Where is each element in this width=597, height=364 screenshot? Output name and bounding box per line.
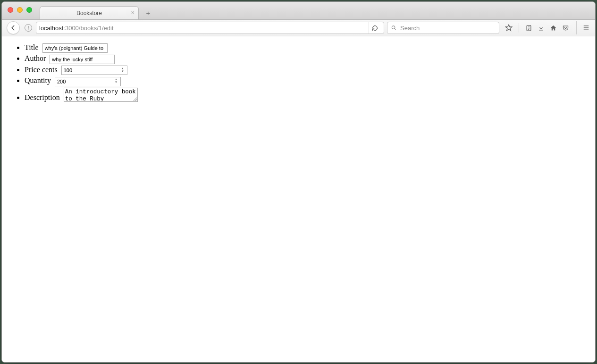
url-bar[interactable]: localhost:3000/books/1/edit [36,22,384,34]
title-label: Title [25,43,39,51]
toolbar-divider [519,23,519,33]
url-path: :3000/books/1/edit [63,25,113,32]
field-price-cents: Price cents ▲▼ [25,66,591,75]
browser-window: Bookstore × + i localhost:3000/books/1/e… [1,1,596,363]
titlebar: Bookstore × + [2,2,595,20]
hamburger-icon [582,25,590,31]
tab-title: Bookstore [76,10,102,17]
reload-button[interactable] [369,22,381,33]
home-icon[interactable] [550,25,557,32]
search-input[interactable] [399,24,495,32]
field-quantity: Quantity ▲▼ [25,76,591,86]
window-controls [8,7,32,13]
close-window-button[interactable] [8,7,13,13]
author-input[interactable] [50,55,115,64]
bookmark-star-icon[interactable] [505,24,513,32]
svg-line-1 [395,28,396,30]
title-input[interactable] [42,43,108,53]
reload-icon [372,25,378,31]
tabstrip: Bookstore × + [40,2,155,19]
price-cents-input[interactable] [61,66,127,75]
search-icon [391,25,396,31]
close-tab-icon[interactable]: × [131,9,135,16]
search-bar[interactable] [387,22,499,34]
site-info-icon[interactable]: i [25,24,32,32]
svg-marker-2 [505,25,512,31]
toolbar-icons [505,21,590,34]
field-title: Title [25,43,591,53]
form-list: Title Author Price cents ▲▼ Quantity ▲▼ [6,43,591,102]
new-tab-button[interactable]: + [142,8,155,18]
downloads-icon[interactable] [538,25,545,32]
description-label: Description [25,93,60,101]
description-input[interactable] [64,88,138,102]
field-author: Author [25,54,591,64]
reading-list-icon[interactable] [525,25,532,32]
price-cents-label: Price cents [25,66,58,74]
tab-bookstore[interactable]: Bookstore × [40,6,139,19]
svg-rect-7 [539,30,543,30]
quantity-label: Quantity [25,76,51,84]
page-content: Title Author Price cents ▲▼ Quantity ▲▼ [2,36,595,362]
url-text: localhost:3000/books/1/edit [36,25,369,32]
back-button[interactable] [7,21,20,34]
zoom-window-button[interactable] [26,7,32,13]
back-arrow-icon [10,25,17,31]
quantity-input[interactable] [55,77,121,86]
author-label: Author [25,54,46,62]
svg-point-0 [392,26,395,29]
url-host: localhost [39,25,63,32]
pocket-icon[interactable] [562,25,569,32]
menu-button[interactable] [576,21,590,34]
field-description: Description [25,88,591,102]
toolbar: i localhost:3000/books/1/edit [2,20,595,36]
minimize-window-button[interactable] [17,7,23,13]
